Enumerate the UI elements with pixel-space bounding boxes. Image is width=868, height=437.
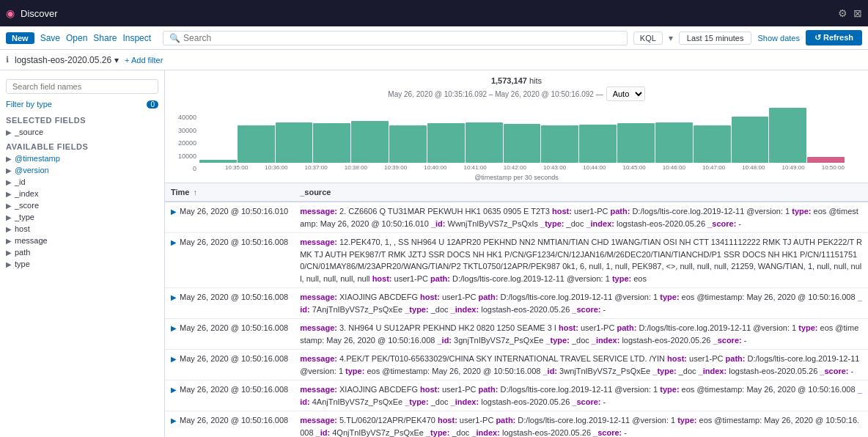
- selected-fields-label: Selected fields: [0, 111, 164, 126]
- date-range-text: May 26, 2020 @ 10:35:16.092 – May 26, 20…: [388, 90, 603, 98]
- sidebar-field-score[interactable]: ▶ _score: [0, 199, 164, 211]
- inspect-button[interactable]: Inspect: [122, 33, 151, 43]
- auto-select[interactable]: Auto: [606, 87, 645, 101]
- field-key: type:: [345, 367, 364, 375]
- chart-bar-5[interactable]: [389, 125, 427, 163]
- field-key: _type:: [405, 397, 428, 406]
- nav-bar: New Save Open Share Inspect 🔍 KQL ▾ Last…: [0, 26, 868, 50]
- index-pattern-selector[interactable]: logstash-eos-2020.05.26 ▾: [15, 55, 119, 65]
- time-range-button[interactable]: Last 15 minutes: [679, 32, 752, 45]
- chart-area: 1,573,147 hits May 26, 2020 @ 10:35:16.0…: [165, 70, 868, 183]
- chart-bar-7[interactable]: [466, 122, 503, 163]
- results-table: Time ↑ _source ▶May 26, 2020 @ 10:50:16.…: [165, 183, 868, 437]
- sidebar-field-host[interactable]: ▶ host: [0, 223, 164, 235]
- field-key: type:: [798, 323, 817, 332]
- kql-button[interactable]: KQL: [633, 32, 663, 45]
- expand-icon: ▶: [6, 166, 12, 175]
- field-key: path:: [478, 293, 498, 301]
- chart-bar-0[interactable]: [199, 160, 237, 163]
- field-search-input[interactable]: [6, 79, 158, 94]
- new-button[interactable]: New: [6, 32, 34, 44]
- field-key: path:: [726, 354, 746, 363]
- field-key: _type:: [545, 336, 569, 345]
- open-button[interactable]: Open: [66, 33, 87, 43]
- table-row: ▶May 26, 2020 @ 10:50:16.008message: XIA…: [165, 381, 868, 411]
- field-key: type:: [660, 385, 679, 394]
- field-key: type:: [660, 293, 679, 301]
- row-expand-button[interactable]: ▶: [171, 324, 177, 332]
- row-expand-button[interactable]: ▶: [171, 416, 177, 425]
- chart-bar-10[interactable]: [579, 125, 617, 163]
- field-name: path: [15, 248, 30, 257]
- chart-bar-14[interactable]: [732, 117, 769, 163]
- top-bar: ◉ Discover ⚙ ⊠: [0, 0, 868, 26]
- available-fields-label: Available fields: [0, 138, 164, 153]
- chart-bar-8[interactable]: [504, 124, 541, 163]
- table-row: ▶May 26, 2020 @ 10:50:16.010message: 2. …: [165, 202, 868, 233]
- field-key: message:: [300, 207, 337, 216]
- sidebar-field-version[interactable]: ▶ @version: [0, 164, 164, 176]
- row-expand-button[interactable]: ▶: [171, 386, 177, 394]
- chart-bar-6[interactable]: [427, 123, 465, 163]
- source-column-header: _source: [294, 183, 868, 202]
- table-row: ▶May 26, 2020 @ 10:50:16.008message: 4.P…: [165, 350, 868, 381]
- add-filter-button[interactable]: + Add filter: [125, 56, 163, 65]
- sort-icon: ↑: [194, 188, 198, 197]
- row-expand-button[interactable]: ▶: [171, 355, 177, 363]
- field-name: type: [15, 260, 30, 268]
- chart-bar-13[interactable]: [694, 125, 731, 163]
- message-cell: message: 5.TL/0620/12APR/PEK470 host: us…: [294, 411, 868, 438]
- time-cell: ▶May 26, 2020 @ 10:50:16.008: [165, 288, 294, 319]
- time-value: May 26, 2020 @ 10:50:16.008: [180, 354, 288, 363]
- time-column-header[interactable]: Time ↑: [165, 183, 294, 202]
- row-expand-button[interactable]: ▶: [171, 208, 177, 216]
- time-cell: ▶May 26, 2020 @ 10:50:16.008: [165, 350, 294, 381]
- show-dates-button[interactable]: Show dates: [757, 34, 799, 43]
- chart-bar-12[interactable]: [655, 122, 693, 163]
- share-button[interactable]: Share: [93, 33, 117, 43]
- field-key: _id:: [542, 367, 557, 375]
- chart-bar-1[interactable]: [238, 125, 275, 163]
- chart-bar-9[interactable]: [541, 125, 578, 163]
- chart-date-range: May 26, 2020 @ 10:35:16.092 – May 26, 20…: [174, 87, 859, 101]
- chart-bar-2[interactable]: [276, 122, 313, 163]
- table-area[interactable]: Time ↑ _source ▶May 26, 2020 @ 10:50:16.…: [165, 183, 868, 437]
- sidebar-field-id[interactable]: ▶ _id: [0, 176, 164, 188]
- chart-bar-11[interactable]: [617, 123, 655, 163]
- sidebar-field-type2[interactable]: ▶ type: [0, 258, 164, 270]
- sidebar-field-path[interactable]: ▶ path: [0, 246, 164, 258]
- chart-bar-16[interactable]: [807, 157, 845, 163]
- field-key: path:: [430, 274, 450, 283]
- time-cell: ▶May 26, 2020 @ 10:50:16.008: [165, 319, 294, 350]
- field-key: path:: [496, 416, 515, 425]
- field-key: _index:: [451, 397, 479, 406]
- field-key: path:: [478, 385, 498, 394]
- chart-bar-4[interactable]: [351, 121, 389, 163]
- settings-icon[interactable]: ⚙: [838, 7, 847, 19]
- info-icon: ℹ: [6, 55, 9, 65]
- row-expand-button[interactable]: ▶: [171, 238, 177, 246]
- search-input[interactable]: [183, 33, 621, 43]
- field-name: message: [15, 236, 48, 245]
- sidebar-field-source[interactable]: ▶ _source: [0, 126, 164, 138]
- chart-bar-15[interactable]: [769, 108, 806, 163]
- field-name: _source: [15, 128, 43, 136]
- dropdown-icon[interactable]: ▾: [669, 33, 673, 43]
- window-controls[interactable]: ⊠: [853, 7, 862, 19]
- filter-by-type-button[interactable]: Filter by type: [6, 100, 52, 109]
- chart-bar-3[interactable]: [313, 123, 350, 163]
- time-value: May 26, 2020 @ 10:50:16.010: [180, 207, 288, 216]
- time-value: May 26, 2020 @ 10:50:16.008: [180, 323, 288, 332]
- time-value: May 26, 2020 @ 10:50:16.008: [180, 293, 288, 301]
- time-value: May 26, 2020 @ 10:50:16.008: [180, 416, 288, 425]
- save-button[interactable]: Save: [40, 33, 60, 43]
- field-name: _index: [15, 189, 38, 198]
- y-label-2: 20000: [174, 139, 196, 147]
- sidebar-field-timestamp[interactable]: ▶ @timestamp: [0, 153, 164, 164]
- row-expand-button[interactable]: ▶: [171, 293, 177, 301]
- sidebar-field-index[interactable]: ▶ _index: [0, 188, 164, 199]
- sidebar-field-message[interactable]: ▶ message: [0, 235, 164, 246]
- refresh-button[interactable]: ↺ Refresh: [806, 30, 862, 45]
- sidebar-field-type[interactable]: ▶ _type: [0, 211, 164, 223]
- field-key: _index:: [471, 428, 500, 437]
